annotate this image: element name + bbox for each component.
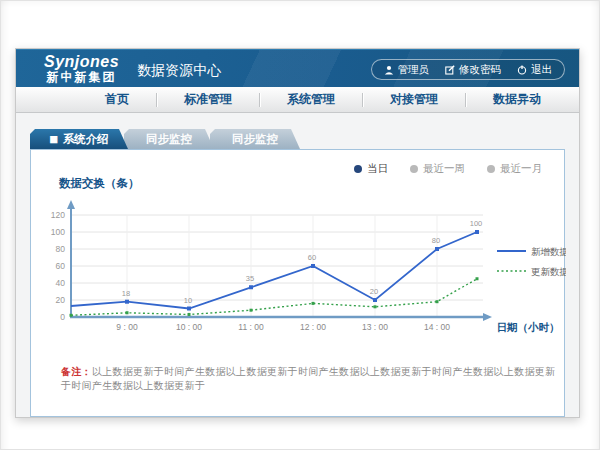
svg-text:13 : 00: 13 : 00: [362, 322, 388, 332]
document-icon: ▦: [49, 135, 58, 144]
svg-text:更新数据: 更新数据: [531, 266, 566, 277]
svg-text:40: 40: [56, 278, 66, 288]
svg-text:14 : 00: 14 : 00: [424, 322, 450, 332]
svg-text:60: 60: [308, 253, 316, 262]
tab-row: ▦ 系统介绍 同步监控 同步监控: [30, 129, 565, 149]
svg-text:60: 60: [56, 261, 66, 271]
line-chart: 0204060801001209 : 0010 : 0011 : 0012 : …: [31, 193, 566, 355]
radio-label: 最近一周: [423, 162, 465, 176]
logo-subtext: 新中新集团: [44, 71, 119, 84]
svg-text:11 : 00: 11 : 00: [238, 322, 264, 332]
svg-text:80: 80: [56, 244, 66, 254]
power-icon: [517, 65, 527, 75]
radio-today[interactable]: 当日: [354, 162, 388, 176]
edit-icon: [445, 65, 455, 75]
logout-label: 退出: [531, 63, 552, 77]
svg-text:12 : 00: 12 : 00: [300, 322, 326, 332]
svg-text:100: 100: [51, 227, 65, 237]
page-title: 数据资源中心: [137, 62, 221, 80]
nav-item-interface-mgmt[interactable]: 对接管理: [363, 91, 465, 108]
logout-button[interactable]: 退出: [517, 63, 552, 77]
svg-text:35: 35: [246, 274, 254, 283]
svg-text:20: 20: [56, 295, 66, 305]
svg-text:9 : 00: 9 : 00: [116, 322, 138, 332]
user-icon: [384, 65, 394, 75]
app-window: Synjones 新中新集团 数据资源中心 管理员 修改密码 退出: [15, 48, 580, 418]
footnote: 备注：以上数据更新于时间产生数据以上数据更新于时间产生数据以上数据更新于时间产生…: [61, 365, 564, 393]
logo: Synjones 新中新集团: [44, 54, 119, 83]
change-password-label: 修改密码: [459, 63, 501, 77]
tab-system-intro[interactable]: ▦ 系统介绍: [30, 129, 128, 149]
svg-text:18: 18: [122, 289, 130, 298]
radio-dot-icon: [487, 165, 495, 173]
nav-item-system-mgmt[interactable]: 系统管理: [260, 91, 362, 108]
content-area: ▦ 系统介绍 同步监控 同步监控 当日 最近一周: [16, 113, 579, 417]
radio-dot-icon: [354, 165, 362, 173]
range-filter: 当日 最近一周 最近一月: [354, 162, 542, 176]
tab-label: 同步监控: [232, 132, 278, 147]
user-menu[interactable]: 管理员: [384, 63, 430, 77]
svg-text:0: 0: [60, 312, 65, 322]
svg-text:120: 120: [51, 210, 65, 220]
tab-sync-monitor-2[interactable]: 同步监控: [210, 129, 300, 149]
footnote-text: 以上数据更新于时间产生数据以上数据更新于时间产生数据以上数据更新于时间产生数据以…: [61, 366, 555, 391]
svg-text:100: 100: [470, 219, 483, 228]
tab-label: 系统介绍: [63, 132, 109, 147]
svg-text:10: 10: [184, 296, 192, 305]
svg-text:20: 20: [370, 287, 378, 296]
nav-item-home[interactable]: 首页: [78, 91, 156, 108]
radio-dot-icon: [410, 165, 418, 173]
nav-item-data-change[interactable]: 数据异动: [466, 91, 568, 108]
footnote-prefix: 备注：: [61, 366, 92, 377]
tab-sync-monitor-1[interactable]: 同步监控: [124, 129, 214, 149]
chart-panel: 当日 最近一周 最近一月 数据交换（条） 0204060801001209 : …: [30, 149, 565, 417]
svg-text:10 : 00: 10 : 00: [176, 322, 202, 332]
svg-text:日期（小时）: 日期（小时）: [497, 321, 560, 334]
user-pill: 管理员 修改密码 退出: [371, 59, 566, 80]
radio-last-week[interactable]: 最近一周: [410, 162, 465, 176]
main-nav: 首页 标准管理 系统管理 对接管理 数据异动: [16, 87, 579, 113]
y-axis-title: 数据交换（条）: [59, 176, 564, 191]
radio-label: 最近一月: [500, 162, 542, 176]
svg-text:新增数据: 新增数据: [531, 246, 566, 257]
user-label: 管理员: [398, 63, 430, 77]
logo-text: Synjones: [44, 54, 119, 71]
tab-label: 同步监控: [146, 132, 192, 147]
app-header: Synjones 新中新集团 数据资源中心 管理员 修改密码 退出: [16, 49, 579, 87]
radio-label: 当日: [367, 162, 388, 176]
svg-text:80: 80: [432, 236, 440, 245]
nav-item-standard-mgmt[interactable]: 标准管理: [157, 91, 259, 108]
change-password-button[interactable]: 修改密码: [445, 63, 501, 77]
radio-last-month[interactable]: 最近一月: [487, 162, 542, 176]
